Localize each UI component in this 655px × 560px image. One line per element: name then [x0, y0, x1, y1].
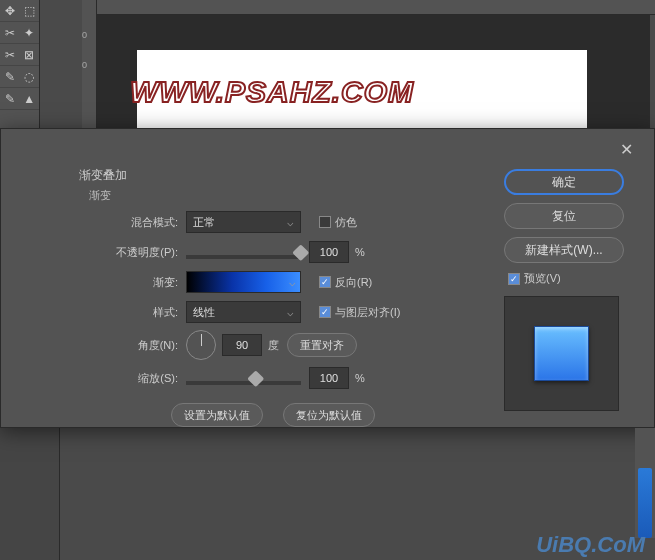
set-default-button[interactable]: 设置为默认值 — [171, 403, 263, 427]
form-area: 混合模式: 正常 仿色 不透明度(P): % 渐变: 反向(R) 样式: 线性 — [101, 207, 461, 427]
close-icon[interactable]: ✕ — [614, 137, 639, 162]
reset-default-button[interactable]: 复位为默认值 — [283, 403, 375, 427]
preview-swatch — [504, 296, 619, 411]
wand-tool-icon[interactable]: ✦ — [20, 22, 40, 44]
slice-tool-icon[interactable]: ⊠ — [20, 44, 40, 66]
gradient-overlay-title: 渐变叠加 — [79, 167, 127, 184]
cancel-button[interactable]: 复位 — [504, 203, 624, 229]
reverse-checkbox[interactable] — [319, 276, 331, 288]
style-select[interactable]: 线性 — [186, 301, 301, 323]
horizontal-ruler — [97, 0, 655, 15]
scale-slider[interactable] — [186, 381, 301, 385]
scale-input[interactable] — [309, 367, 349, 389]
reset-align-button[interactable]: 重置对齐 — [287, 333, 357, 357]
opacity-row: 不透明度(P): % — [101, 237, 461, 267]
angle-dial[interactable] — [186, 330, 216, 360]
dither-checkbox[interactable] — [319, 216, 331, 228]
angle-input[interactable] — [222, 334, 262, 356]
gradient-picker[interactable] — [186, 271, 301, 293]
blend-mode-row: 混合模式: 正常 仿色 — [101, 207, 461, 237]
move-tool-icon[interactable]: ✥ — [0, 0, 20, 22]
scale-row: 缩放(S): % — [101, 363, 461, 393]
ok-button[interactable]: 确定 — [504, 169, 624, 195]
vertical-ruler: 0 0 — [82, 0, 97, 130]
patch-tool-icon[interactable]: ◌ — [20, 66, 40, 88]
preview-checkbox[interactable] — [508, 273, 520, 285]
blend-mode-label: 混合模式: — [101, 215, 186, 230]
reverse-label: 反向(R) — [335, 275, 372, 290]
scale-unit: % — [355, 372, 365, 384]
angle-row: 角度(N): 度 重置对齐 — [101, 327, 461, 363]
brush-tool-icon[interactable]: ✎ — [0, 88, 20, 110]
left-toolbar: ✥⬚ ✂✦ ✂⊠ ✎◌ ✎▲ — [0, 0, 40, 130]
opacity-input[interactable] — [309, 241, 349, 263]
right-scrollbar[interactable] — [635, 428, 655, 538]
dither-label: 仿色 — [335, 215, 357, 230]
align-label: 与图层对齐(I) — [335, 305, 400, 320]
new-style-button[interactable]: 新建样式(W)... — [504, 237, 624, 263]
stamp-tool-icon[interactable]: ▲ — [20, 88, 40, 110]
angle-unit: 度 — [268, 338, 279, 353]
gradient-label: 渐变: — [101, 275, 186, 290]
style-row: 样式: 线性 与图层对齐(I) — [101, 297, 461, 327]
opacity-unit: % — [355, 246, 365, 258]
preview-label: 预览(V) — [524, 271, 561, 286]
lasso-tool-icon[interactable]: ✂ — [0, 22, 20, 44]
blend-mode-select[interactable]: 正常 — [186, 211, 301, 233]
dialog-right-panel: 确定 复位 新建样式(W)... 预览(V) — [504, 169, 639, 411]
canvas — [97, 15, 650, 130]
marquee-tool-icon[interactable]: ⬚ — [20, 0, 40, 22]
align-checkbox[interactable] — [319, 306, 331, 318]
eyedropper-tool-icon[interactable]: ✎ — [0, 66, 20, 88]
gradient-subtitle: 渐变 — [89, 188, 127, 203]
opacity-label: 不透明度(P): — [101, 245, 186, 260]
opacity-slider[interactable] — [186, 255, 301, 259]
bottom-watermark: UiBQ.CoM — [536, 532, 645, 558]
gradient-row: 渐变: 反向(R) — [101, 267, 461, 297]
scroll-thumb[interactable] — [638, 468, 652, 538]
angle-label: 角度(N): — [101, 338, 186, 353]
preview-square — [534, 326, 589, 381]
crop-tool-icon[interactable]: ✂ — [0, 44, 20, 66]
watermark-text: WWW.PSAHZ.COM — [130, 75, 414, 109]
scale-label: 缩放(S): — [101, 371, 186, 386]
style-label: 样式: — [101, 305, 186, 320]
layer-style-dialog: ✕ 渐变叠加 渐变 混合模式: 正常 仿色 不透明度(P): % 渐变: 反向(… — [0, 128, 655, 428]
